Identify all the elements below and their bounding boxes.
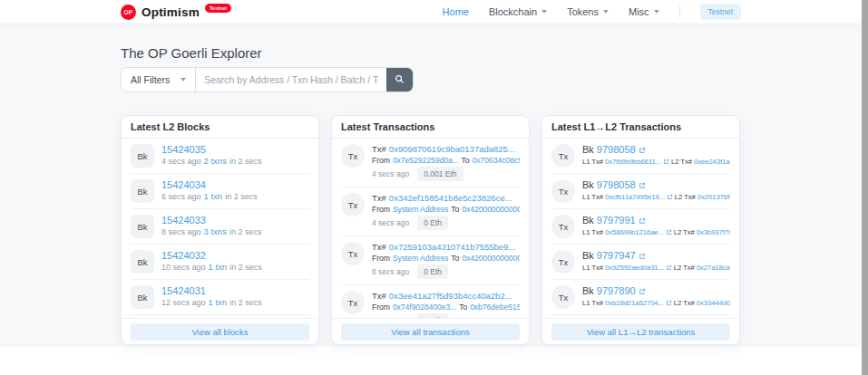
- block-number-link[interactable]: 15424034: [161, 179, 206, 190]
- testnet-badge: Testnet: [205, 4, 231, 13]
- l2-tx-link[interactable]: 0x27a18ca38eea...: [697, 264, 730, 272]
- l1l2-block-link[interactable]: 9797890: [597, 285, 636, 296]
- l1l2-bk-label: Bk: [582, 144, 594, 155]
- block-txns-link[interactable]: 3 txns: [204, 227, 227, 236]
- external-link-icon[interactable]: [639, 286, 646, 297]
- tx-hash-link[interactable]: 0x7259103a4310741b7555be9...: [389, 242, 515, 252]
- block-number-link[interactable]: 15424035: [161, 144, 206, 155]
- nav-home-label: Home: [443, 6, 469, 17]
- view-all-l1l2-button[interactable]: View all L1→L2 transactions: [551, 323, 730, 341]
- l1-tx-label: L1 Tx#: [582, 228, 603, 236]
- tx-hash-link[interactable]: 0x909870619c9ba0137ada825...: [389, 144, 515, 154]
- tx-from-link[interactable]: 0x7e5292259d0a...: [393, 156, 459, 165]
- chevron-down-icon: [654, 10, 659, 14]
- external-link-icon[interactable]: [663, 159, 669, 167]
- l1-tx-label: L1 Tx#: [582, 299, 603, 307]
- tx-from-link[interactable]: 0x74f9028400e3...: [393, 303, 456, 312]
- transaction-row: Tx Tx#0x7259103a4310741b7555be9... FromS…: [341, 236, 520, 285]
- page-title: The OP Goerli Explorer: [121, 45, 741, 61]
- l1l2-bk-label: Bk: [582, 179, 594, 190]
- nav-tokens[interactable]: Tokens: [567, 6, 609, 17]
- search-input[interactable]: [196, 68, 386, 91]
- external-link-icon[interactable]: [639, 216, 646, 226]
- l1-tx-link[interactable]: 0xb28d21a52704...: [605, 299, 664, 307]
- tx-value-badge: 0 Eth: [417, 264, 448, 279]
- chevron-down-icon: [180, 78, 186, 82]
- block-txns-link[interactable]: 1 txn: [209, 263, 228, 272]
- l1l2-block-link[interactable]: 9798058: [597, 179, 636, 190]
- block-age: 4 secs ago: [161, 157, 201, 166]
- nav-misc[interactable]: Misc: [629, 6, 659, 17]
- tx-to-label: To: [459, 303, 467, 312]
- nav-misc-label: Misc: [629, 6, 649, 17]
- chevron-down-icon: [541, 10, 547, 14]
- latest-l1l2-title: Latest L1→L2 Transactions: [542, 116, 739, 139]
- l1-tx-link[interactable]: 0x92592aed0a31...: [605, 264, 664, 272]
- tx-to-link[interactable]: 0xb76debe51517...: [470, 303, 520, 312]
- search-filter-dropdown[interactable]: All Filters: [122, 68, 196, 91]
- external-link-icon[interactable]: [639, 251, 646, 262]
- l1l2-block-link[interactable]: 9797947: [597, 250, 636, 261]
- block-txns-link[interactable]: 1 txn: [204, 192, 223, 201]
- external-link-icon[interactable]: [666, 264, 672, 273]
- l2-tx-label: L2 Tx#: [674, 299, 695, 307]
- nav-tokens-label: Tokens: [567, 6, 599, 17]
- l2-tx-label: L2 Tx#: [674, 264, 695, 272]
- l1-tx-label: L1 Tx#: [582, 193, 603, 201]
- block-number-link[interactable]: 15424033: [161, 215, 206, 226]
- tx-to-link[interactable]: 0x420000000000...: [462, 254, 520, 263]
- block-age: 8 secs ago: [161, 227, 201, 236]
- tx-to-label: To: [451, 254, 459, 263]
- l2-tx-link[interactable]: 0xee243f1a72daf...: [694, 158, 730, 166]
- external-link-icon[interactable]: [639, 180, 646, 191]
- tx-hash-label: Tx#: [372, 242, 386, 252]
- block-txns-link[interactable]: 2 txns: [204, 157, 227, 166]
- external-link-icon[interactable]: [667, 194, 673, 202]
- external-link-icon[interactable]: [639, 145, 646, 156]
- tx-to-link[interactable]: 0x70634c08c559...: [473, 156, 520, 165]
- l1l2-row: Tx Bk9798058 L1 Tx#0xcfb11a7495e19...L2 …: [551, 174, 730, 209]
- l1l2-bk-label: Bk: [582, 215, 594, 226]
- nav-blockchain[interactable]: Blockchain: [489, 6, 547, 17]
- network-selector-button[interactable]: Testnet: [700, 4, 741, 20]
- l2-tx-link[interactable]: 0x201376f57a8d...: [697, 193, 730, 201]
- view-all-transactions-button[interactable]: View all transactions: [341, 323, 520, 341]
- search-button[interactable]: [386, 68, 413, 91]
- page-scrollbar[interactable]: [862, 0, 868, 375]
- tx-to-link[interactable]: 0x420000000000...: [462, 205, 520, 214]
- transaction-icon: Tx: [551, 215, 575, 238]
- block-row: Bk 15424032 10 secs ago1 txnin 2 secs: [131, 245, 309, 280]
- block-icon: Bk: [131, 250, 154, 274]
- tx-from-link[interactable]: System Address: [393, 254, 448, 263]
- tx-hash-link[interactable]: 0x3ee41a27f5d93b4cc40a2b2...: [389, 291, 512, 301]
- block-number-link[interactable]: 15424032: [161, 250, 206, 261]
- nav-home[interactable]: Home: [443, 6, 469, 17]
- tx-to-label: To: [462, 156, 470, 165]
- l1-tx-link[interactable]: 0xcfb11a7495e19...: [605, 193, 665, 201]
- view-all-blocks-button[interactable]: View all blocks: [131, 323, 309, 341]
- block-duration: in 2 secs: [229, 157, 262, 166]
- transaction-icon: Tx: [341, 144, 365, 168]
- l2-tx-link[interactable]: 0x33444d069955...: [697, 299, 730, 307]
- latest-blocks-card: Latest L2 Blocks Bk 15424035 4 secs ago2…: [121, 115, 319, 345]
- tx-value-badge: 0 Eth: [417, 216, 448, 230]
- l2-tx-link[interactable]: 0x3b937f70fb8db...: [697, 228, 730, 236]
- optimism-logo[interactable]: OP Optimism Testnet: [121, 5, 231, 20]
- transaction-icon: Tx: [341, 193, 365, 216]
- l1-tx-link[interactable]: 0x7fd9b9bb6611...: [605, 158, 661, 166]
- block-txns-link[interactable]: 1 txn: [209, 298, 228, 307]
- block-number-link[interactable]: 15424031: [161, 285, 206, 296]
- l1l2-block-link[interactable]: 9797991: [597, 215, 636, 226]
- search-icon: [395, 73, 405, 87]
- tx-hash-link[interactable]: 0x342ef158541b8e5c23826ce...: [389, 193, 512, 203]
- external-link-icon[interactable]: [666, 300, 672, 308]
- tx-age: 6 secs ago: [372, 266, 409, 278]
- nav-divider: [679, 5, 680, 18]
- l1-tx-link[interactable]: 0x58699b1216ae...: [605, 228, 664, 236]
- tx-from-link[interactable]: System Address: [393, 205, 448, 214]
- external-link-icon[interactable]: [666, 229, 672, 237]
- scrollbar-thumb[interactable]: [862, 0, 868, 375]
- l1l2-block-link[interactable]: 9798058: [597, 144, 636, 155]
- tx-age: 4 secs ago: [372, 217, 409, 229]
- tx-from-label: From: [372, 205, 390, 214]
